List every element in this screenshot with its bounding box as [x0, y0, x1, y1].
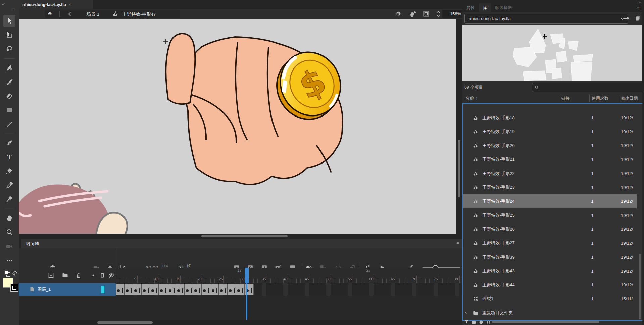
layer-name[interactable]: 图层_1: [38, 287, 51, 292]
keyframe-span[interactable]: [133, 284, 142, 295]
hide-all-layers-icon[interactable]: [107, 271, 115, 279]
keyframe-span[interactable]: [245, 284, 254, 295]
swap-colors-icon[interactable]: [12, 270, 18, 276]
playhead[interactable]: [245, 268, 249, 283]
library-item-row[interactable]: 王野特效-手形18119/12/: [463, 111, 637, 125]
delete-item-icon[interactable]: [486, 319, 491, 325]
keyframe-span[interactable]: [150, 284, 159, 295]
keyframe-span[interactable]: [228, 284, 237, 295]
keyframe-span[interactable]: [167, 284, 177, 295]
pen-tool[interactable]: [3, 137, 15, 149]
new-folder-icon[interactable]: [61, 271, 69, 279]
timeline-hscrollbar[interactable]: [19, 320, 462, 325]
library-item-row[interactable]: 碎裂1115/11/: [463, 292, 637, 306]
eyedropper-tool[interactable]: [3, 179, 15, 191]
toolbar-menu-icon[interactable]: ≡: [12, 6, 15, 12]
column-use-count[interactable]: 使用次数: [592, 96, 608, 101]
canvas-hscrollbar[interactable]: [19, 234, 456, 239]
keyframe-span[interactable]: [219, 284, 228, 295]
keyframe-span[interactable]: [193, 284, 202, 295]
new-layer-icon[interactable]: [47, 271, 55, 279]
library-item-row[interactable]: 王野特效-手形26119/12/: [463, 222, 637, 236]
keyframe-span[interactable]: [116, 284, 125, 295]
tab-frame-picker[interactable]: 帧选择器: [491, 3, 516, 12]
new-library-panel-icon[interactable]: [634, 14, 641, 22]
column-linkage[interactable]: 链接: [561, 96, 570, 101]
breadcrumb-symbol[interactable]: 王野特效-手形47: [122, 11, 156, 17]
folder-expander-icon[interactable]: ›: [465, 310, 467, 316]
close-tab-icon[interactable]: ×: [69, 2, 71, 7]
library-item-row[interactable]: 王野特效-手形19119/12/: [463, 125, 637, 139]
stroke-color-swatch[interactable]: [10, 284, 18, 292]
library-item-row[interactable]: 王野特效-手形44119/12/: [463, 278, 637, 292]
collapse-panel-icon[interactable]: «: [2, 1, 5, 7]
default-colors-icon[interactable]: [4, 270, 9, 276]
keyframe-span[interactable]: [236, 284, 245, 295]
tab-timeline[interactable]: 时间轴: [21, 239, 462, 248]
show-layers-as-outline-icon[interactable]: [98, 271, 106, 279]
zoom-tool[interactable]: [3, 226, 15, 238]
canvas-vscrollbar[interactable]: [456, 19, 462, 239]
pin-library-icon[interactable]: [623, 15, 630, 21]
delete-layer-icon[interactable]: [75, 271, 83, 279]
document-tab[interactable]: nhieu-dong-tac-tay.fla ×: [19, 0, 93, 9]
library-item-row[interactable]: 王野特效-手形43119/12/: [463, 264, 637, 278]
library-item-row[interactable]: 王野特效-手形24119/12/: [463, 194, 637, 208]
column-modified[interactable]: 修改日期: [621, 96, 638, 101]
stage-canvas[interactable]: $: [19, 19, 456, 234]
library-item-row[interactable]: 王野特效-手形21119/12/: [463, 153, 637, 167]
outline-color-dot-icon[interactable]: [89, 271, 97, 279]
camera-tool[interactable]: [3, 240, 15, 252]
fluid-brush-tool[interactable]: [3, 62, 15, 74]
eraser-tool[interactable]: [3, 90, 15, 102]
clip-content-icon[interactable]: [423, 10, 430, 17]
keyframe-span[interactable]: [176, 284, 185, 295]
keyframe-span[interactable]: [159, 284, 168, 295]
line-tool[interactable]: [3, 118, 15, 130]
more-tools[interactable]: [3, 254, 15, 267]
search-input[interactable]: [532, 83, 644, 92]
library-item-row[interactable]: 王野特效-手形22119/12/: [463, 167, 637, 181]
text-tool[interactable]: T: [3, 151, 15, 163]
lasso-tool[interactable]: [3, 43, 15, 55]
library-item-row[interactable]: 王野特效-手形23119/12/: [463, 181, 637, 195]
item-properties-icon[interactable]: [478, 319, 484, 325]
timeline-ruler[interactable]: 51015202530354045505560657075801s2s: [116, 268, 462, 283]
frames-track[interactable]: [116, 283, 462, 296]
library-item-row[interactable]: 王野特效-手形25119/12/: [463, 208, 637, 223]
new-folder-icon[interactable]: [471, 319, 477, 325]
layer-outline-color-swatch[interactable]: [101, 286, 104, 293]
selection-tool[interactable]: [3, 15, 15, 27]
center-frame-icon[interactable]: [395, 10, 402, 17]
asset-warp-tool[interactable]: [3, 193, 15, 205]
zoom-stepper[interactable]: [436, 10, 441, 18]
library-item-row[interactable]: 王野特效-手形39119/12/: [463, 250, 637, 264]
library-document-select[interactable]: nhieu-dong-tac-tay.fla: [464, 14, 628, 24]
new-symbol-icon[interactable]: [464, 319, 469, 325]
library-item-row[interactable]: 王野特效-手形20119/12/: [463, 139, 637, 153]
library-item-row[interactable]: 王野特效-手形27119/12/: [463, 236, 637, 250]
classic-brush-tool[interactable]: [3, 76, 15, 88]
paint-bucket-tool[interactable]: [3, 165, 15, 177]
rotate-view-icon[interactable]: [409, 10, 416, 18]
library-item-row-partial[interactable]: 王野特效-手形17119/12/: [463, 103, 637, 108]
timeline-menu-icon[interactable]: ≡: [456, 241, 459, 246]
library-folder-row[interactable]: ›重复项目文件夹: [463, 306, 637, 320]
keyframe-span[interactable]: [202, 284, 211, 295]
column-name[interactable]: 名称 ↑: [465, 96, 477, 101]
library-menu-icon[interactable]: ≡: [637, 5, 639, 11]
rectangle-tool[interactable]: [3, 104, 15, 116]
library-hscrollbar[interactable]: [492, 321, 599, 323]
layer-row[interactable]: 图层_1: [19, 283, 116, 296]
breadcrumb-scene[interactable]: 场景 1: [87, 11, 99, 17]
keyframe-span[interactable]: [210, 284, 219, 295]
tab-library[interactable]: 库: [479, 3, 491, 12]
back-arrow-icon[interactable]: [66, 11, 73, 17]
tab-properties[interactable]: 属性: [462, 3, 479, 12]
library-vscrollbar[interactable]: [639, 103, 642, 321]
hand-tool[interactable]: [3, 212, 15, 224]
keyframe-span[interactable]: [125, 284, 134, 295]
keyframe-span[interactable]: [185, 284, 194, 295]
free-transform-tool[interactable]: [3, 29, 15, 41]
keyframe-span[interactable]: [142, 284, 151, 295]
